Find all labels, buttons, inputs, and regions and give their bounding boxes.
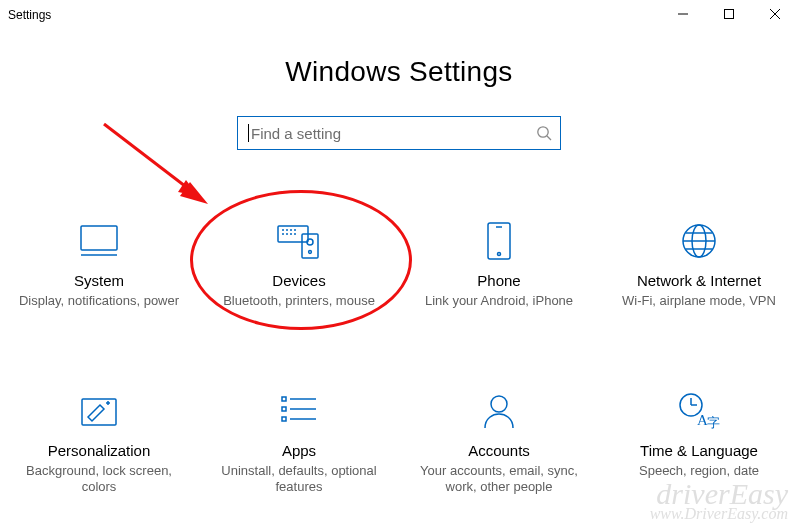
close-icon xyxy=(770,8,780,22)
tile-system[interactable]: System Display, notifications, power xyxy=(0,186,199,356)
minimize-button[interactable] xyxy=(660,0,706,30)
system-icon xyxy=(0,218,199,264)
phone-icon xyxy=(399,218,599,264)
tile-network[interactable]: Network & Internet Wi-Fi, airplane mode,… xyxy=(599,186,798,356)
titlebar: Settings xyxy=(0,0,798,30)
tile-devices[interactable]: Devices Bluetooth, printers, mouse xyxy=(199,186,399,356)
search-region xyxy=(0,116,798,150)
search-input[interactable] xyxy=(251,125,536,142)
tile-subtitle: Wi-Fi, airplane mode, VPN xyxy=(599,293,798,309)
maximize-button[interactable] xyxy=(706,0,752,30)
tile-title: Accounts xyxy=(399,442,599,459)
personalization-icon xyxy=(0,388,199,434)
tile-title: System xyxy=(0,272,199,289)
svg-line-5 xyxy=(547,136,551,140)
tile-title: Apps xyxy=(199,442,399,459)
search-icon xyxy=(536,125,552,141)
tile-time-language[interactable]: A 字 Time & Language Speech, region, date xyxy=(599,356,798,526)
search-box[interactable] xyxy=(237,116,561,150)
svg-rect-26 xyxy=(82,399,116,425)
svg-rect-33 xyxy=(282,417,286,421)
svg-point-22 xyxy=(498,253,501,256)
svg-rect-31 xyxy=(282,407,286,411)
maximize-icon xyxy=(724,8,734,22)
svg-rect-20 xyxy=(488,223,510,259)
minimize-icon xyxy=(678,8,688,22)
svg-rect-1 xyxy=(725,10,734,19)
tile-title: Devices xyxy=(199,272,399,289)
svg-point-35 xyxy=(491,396,507,412)
tile-title: Time & Language xyxy=(599,442,798,459)
svg-point-19 xyxy=(309,251,312,254)
tile-subtitle: Uninstall, defaults, optional features xyxy=(199,463,399,496)
tile-subtitle: Your accounts, email, sync, work, other … xyxy=(399,463,599,496)
tile-subtitle: Bluetooth, printers, mouse xyxy=(199,293,399,309)
tiles-grid: System Display, notifications, power Dev… xyxy=(0,186,798,526)
tile-title: Network & Internet xyxy=(599,272,798,289)
tile-accounts[interactable]: Accounts Your accounts, email, sync, wor… xyxy=(399,356,599,526)
time-language-icon: A 字 xyxy=(599,388,798,434)
tile-apps[interactable]: Apps Uninstall, defaults, optional featu… xyxy=(199,356,399,526)
close-button[interactable] xyxy=(752,0,798,30)
text-caret xyxy=(248,124,249,142)
apps-icon xyxy=(199,388,399,434)
tile-phone[interactable]: Phone Link your Android, iPhone xyxy=(399,186,599,356)
network-icon xyxy=(599,218,798,264)
devices-icon xyxy=(199,218,399,264)
svg-point-4 xyxy=(538,127,548,137)
svg-text:字: 字 xyxy=(707,415,720,430)
window-title: Settings xyxy=(8,8,51,22)
tile-subtitle: Link your Android, iPhone xyxy=(399,293,599,309)
accounts-icon xyxy=(399,388,599,434)
tile-subtitle: Speech, region, date xyxy=(599,463,798,479)
page-title: Windows Settings xyxy=(0,56,798,88)
tile-title: Personalization xyxy=(0,442,199,459)
tile-title: Phone xyxy=(399,272,599,289)
tile-subtitle: Background, lock screen, colors xyxy=(0,463,199,496)
svg-rect-29 xyxy=(282,397,286,401)
svg-rect-6 xyxy=(81,226,117,250)
svg-rect-17 xyxy=(302,234,318,258)
tile-personalization[interactable]: Personalization Background, lock screen,… xyxy=(0,356,199,526)
tile-subtitle: Display, notifications, power xyxy=(0,293,199,309)
